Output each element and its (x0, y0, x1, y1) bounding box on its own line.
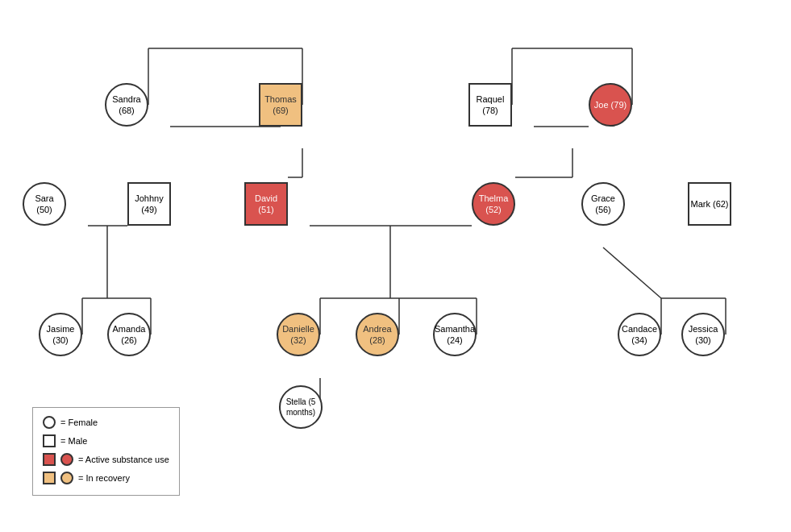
node-sandra: Sandra (68) (105, 83, 148, 127)
svg-line-24 (603, 247, 661, 298)
node-danielle: Danielle (32) (277, 313, 320, 356)
node-jessica: Jessica (30) (681, 313, 725, 356)
sara-shape: Sara (50) (23, 182, 66, 226)
genogram-container: Sandra (68) Thomas (69) Raquel (78) Joe … (0, 0, 791, 532)
amanda-shape: Amanda (26) (107, 313, 151, 356)
jessica-label: Jessica (689, 323, 718, 335)
joe-shape: Joe (79) (589, 83, 632, 127)
node-amanda: Amanda (26) (107, 313, 151, 356)
samantha-shape: Samantha (24) (433, 313, 477, 356)
legend-recovery-circle-icon (60, 472, 73, 484)
node-mark: Mark (62) (688, 182, 731, 226)
danielle-age: (32) (290, 335, 306, 346)
legend-active-square-icon (43, 453, 56, 466)
legend-recovery-label: = In recovery (78, 470, 130, 487)
jessica-age: (30) (695, 335, 711, 346)
johhny-label: Johhny (135, 193, 163, 204)
node-joe: Joe (79) (589, 83, 632, 127)
node-david: David (51) (244, 182, 288, 226)
stella-shape: Stella (5 months) (279, 385, 323, 429)
david-label: David (255, 193, 277, 204)
danielle-shape: Danielle (32) (277, 313, 320, 356)
legend-male-label: = Male (60, 433, 87, 450)
andrea-age: (28) (369, 335, 385, 346)
sara-age: (50) (36, 204, 52, 215)
joe-label: Joe (79) (594, 99, 627, 110)
danielle-label: Danielle (282, 323, 314, 335)
thelma-label: Thelma (479, 193, 509, 204)
sandra-label: Sandra (112, 94, 140, 105)
samantha-age: (24) (447, 335, 463, 346)
candace-age: (34) (631, 335, 647, 346)
thomas-shape: Thomas (69) (259, 83, 302, 127)
legend-male-icon (43, 434, 56, 447)
grace-shape: Grace (56) (581, 182, 625, 226)
node-thelma: Thelma (52) (472, 182, 515, 226)
jasime-shape: Jasime (30) (39, 313, 82, 356)
mark-shape: Mark (62) (688, 182, 731, 226)
legend-female-row: = Female (43, 414, 169, 431)
legend-male-row: = Male (43, 433, 169, 450)
mark-label: Mark (62) (690, 198, 728, 210)
legend-female-icon (43, 416, 56, 429)
node-thomas: Thomas (69) (259, 83, 302, 127)
sara-label: Sara (35, 193, 53, 204)
node-raquel: Raquel (78) (468, 83, 512, 127)
samantha-label: Samantha (435, 323, 475, 335)
legend-female-label: = Female (60, 414, 98, 431)
stella-label: Stella (5 months) (281, 397, 321, 418)
andrea-shape: Andrea (28) (356, 313, 399, 356)
sandra-shape: Sandra (68) (105, 83, 148, 127)
node-candace: Candace (34) (618, 313, 661, 356)
legend-recovery-square-icon (43, 472, 56, 484)
thomas-label: Thomas (264, 94, 297, 105)
raquel-label: Raquel (477, 94, 505, 105)
node-jasime: Jasime (30) (39, 313, 82, 356)
johhny-shape: Johhny (49) (127, 182, 171, 226)
grace-label: Grace (591, 193, 615, 204)
jasime-age: (30) (52, 335, 69, 346)
jessica-shape: Jessica (30) (681, 313, 725, 356)
node-sara: Sara (50) (23, 182, 66, 226)
grace-age: (56) (595, 204, 611, 215)
node-stella: Stella (5 months) (277, 385, 325, 429)
raquel-age: (78) (482, 105, 498, 116)
legend-active-circle-icon (60, 453, 73, 466)
jasime-label: Jasime (47, 323, 75, 335)
raquel-shape: Raquel (78) (468, 83, 512, 127)
amanda-age: (26) (121, 335, 137, 346)
node-samantha: Samantha (24) (433, 313, 477, 356)
johhny-age: (49) (141, 204, 157, 215)
candace-shape: Candace (34) (618, 313, 661, 356)
node-johhny: Johhny (49) (127, 182, 171, 226)
legend: = Female = Male = Active substance use =… (32, 407, 180, 496)
legend-active-label: = Active substance use (78, 451, 169, 468)
candace-label: Candace (622, 323, 657, 335)
thomas-age: (69) (273, 105, 289, 116)
david-shape: David (51) (244, 182, 288, 226)
legend-recovery-row: = In recovery (43, 470, 169, 487)
thelma-shape: Thelma (52) (472, 182, 515, 226)
node-andrea: Andrea (28) (356, 313, 399, 356)
andrea-label: Andrea (363, 323, 391, 335)
legend-active-row: = Active substance use (43, 451, 169, 468)
amanda-label: Amanda (113, 323, 146, 335)
thelma-age: (52) (485, 204, 502, 215)
david-age: (51) (258, 204, 274, 215)
sandra-age: (68) (119, 105, 135, 116)
node-grace: Grace (56) (581, 182, 625, 226)
